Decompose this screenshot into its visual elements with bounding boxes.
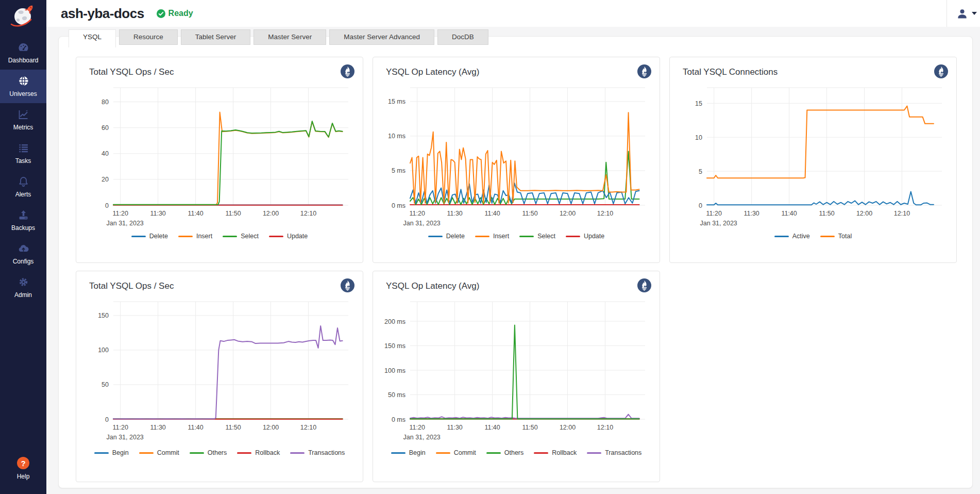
chart-panel-ysql-op-latency: YSQL Op Latency (Avg) 11:2011:3011:4011:… — [373, 57, 660, 263]
svg-text:50: 50 — [102, 381, 109, 388]
prometheus-icon[interactable] — [341, 278, 354, 292]
tab-resource[interactable]: Resource — [119, 29, 178, 45]
svg-text:11:20: 11:20 — [410, 210, 425, 217]
chart-panel-total-ysql-transactions-ops: Total YSQL Ops / Sec 11:2011:3011:4011:5… — [76, 271, 363, 482]
sidebar: Dashboard Universes Metrics — [0, 0, 46, 494]
legend-swatch — [269, 236, 283, 237]
legend-label: Select — [241, 233, 259, 240]
legend-swatch — [534, 452, 548, 454]
svg-text:12:00: 12:00 — [263, 424, 279, 431]
legend-item-begin[interactable]: Begin — [391, 449, 426, 456]
backup-upload-icon — [17, 209, 30, 221]
tab-ysql[interactable]: YSQL — [69, 29, 116, 47]
svg-text:11:30: 11:30 — [150, 210, 165, 217]
svg-text:11:30: 11:30 — [744, 210, 759, 217]
legend-label: Transactions — [605, 449, 641, 456]
legend-item-select[interactable]: Select — [519, 233, 555, 240]
svg-text:5: 5 — [699, 168, 702, 175]
sidebar-item-metrics[interactable]: Metrics — [0, 103, 46, 137]
chart-legend: ActiveTotal — [678, 233, 948, 240]
tab-docdb[interactable]: DocDB — [437, 29, 488, 45]
series-line-active — [707, 192, 934, 205]
legend-swatch — [139, 452, 154, 454]
chart-grid: Total YSQL Ops / Sec 11:2011:3011:4011:5… — [59, 37, 972, 488]
svg-text:15 ms: 15 ms — [388, 98, 405, 105]
sidebar-item-admin[interactable]: Admin — [0, 271, 46, 304]
legend-item-rollback[interactable]: Rollback — [534, 449, 577, 456]
universe-header: ash-yba-docs Ready — [46, 0, 980, 27]
svg-text:100 ms: 100 ms — [384, 367, 405, 374]
prometheus-icon[interactable] — [934, 64, 948, 78]
legend-item-update[interactable]: Update — [566, 233, 604, 240]
svg-text:11:40: 11:40 — [484, 210, 500, 217]
chart-title: Total YSQL Ops / Sec — [89, 67, 174, 77]
tab-master-server[interactable]: Master Server — [254, 29, 326, 45]
prometheus-icon[interactable] — [637, 278, 651, 292]
chart-legend: DeleteInsertSelectUpdate — [381, 233, 651, 240]
svg-text:Jan 31, 2023: Jan 31, 2023 — [107, 220, 144, 227]
chart-legend: BeginCommitOthersRollbackTransactions — [85, 449, 354, 456]
sidebar-item-label: Alerts — [15, 191, 31, 198]
series-line-insert — [113, 112, 343, 205]
legend-item-select[interactable]: Select — [223, 233, 259, 240]
tab-tablet-server[interactable]: Tablet Server — [181, 29, 251, 45]
legend-item-others[interactable]: Others — [190, 449, 227, 456]
tab-master-server-advanced[interactable]: Master Server Advanced — [329, 29, 434, 45]
legend-item-commit[interactable]: Commit — [139, 449, 179, 456]
svg-text:12:00: 12:00 — [560, 210, 576, 217]
legend-label: Update — [287, 233, 308, 240]
legend-item-commit[interactable]: Commit — [436, 449, 476, 456]
sidebar-item-universes[interactable]: Universes — [0, 70, 46, 103]
svg-text:Jan 31, 2023: Jan 31, 2023 — [107, 434, 144, 441]
bell-icon — [17, 175, 30, 188]
svg-text:11:20: 11:20 — [410, 424, 425, 431]
series-line-others — [410, 325, 639, 419]
legend-item-others[interactable]: Others — [486, 449, 524, 456]
svg-text:11:30: 11:30 — [447, 424, 462, 431]
legend-item-begin[interactable]: Begin — [94, 449, 129, 456]
question-circle-icon: ? — [16, 456, 30, 470]
legend-item-rollback[interactable]: Rollback — [237, 449, 280, 456]
svg-text:5 ms: 5 ms — [392, 167, 405, 174]
sidebar-item-dashboard[interactable]: Dashboard — [0, 36, 46, 70]
legend-label: Insert — [493, 233, 509, 240]
sidebar-item-tasks[interactable]: Tasks — [0, 137, 46, 170]
svg-text:11:20: 11:20 — [113, 210, 128, 217]
legend-label: Commit — [157, 449, 179, 456]
prometheus-icon[interactable] — [341, 64, 354, 78]
svg-text:12:00: 12:00 — [560, 424, 576, 431]
metrics-card: Total YSQL Ops / Sec 11:2011:3011:4011:5… — [58, 36, 973, 488]
sidebar-item-help[interactable]: ? Help — [0, 451, 46, 486]
legend-swatch — [566, 236, 580, 237]
user-menu[interactable] — [947, 0, 980, 27]
legend-label: Begin — [409, 449, 426, 456]
chart-title: YSQL Op Latency (Avg) — [386, 67, 479, 77]
legend-item-transactions[interactable]: Transactions — [290, 449, 345, 456]
chart-panel-total-ysql-ops: Total YSQL Ops / Sec 11:2011:3011:4011:5… — [76, 57, 363, 263]
yugabyte-logo[interactable] — [8, 0, 38, 36]
legend-item-delete[interactable]: Delete — [428, 233, 465, 240]
legend-swatch — [428, 236, 443, 237]
sidebar-item-label: Configs — [13, 258, 34, 265]
svg-text:12:10: 12:10 — [300, 424, 316, 431]
svg-text:12:00: 12:00 — [263, 210, 279, 217]
legend-item-active[interactable]: Active — [774, 233, 810, 240]
legend-item-insert[interactable]: Insert — [178, 233, 212, 240]
svg-text:11:40: 11:40 — [188, 210, 203, 217]
metrics-tab-bar: YSQL Resource Tablet Server Master Serve… — [69, 29, 492, 47]
svg-text:11:50: 11:50 — [225, 210, 241, 217]
legend-item-total[interactable]: Total — [820, 233, 852, 240]
chevron-down-icon — [972, 12, 977, 15]
legend-item-insert[interactable]: Insert — [475, 233, 509, 240]
sidebar-item-alerts[interactable]: Alerts — [0, 170, 46, 204]
sidebar-item-backups[interactable]: Backups — [0, 204, 46, 237]
prometheus-icon[interactable] — [637, 64, 651, 78]
legend-item-delete[interactable]: Delete — [131, 233, 168, 240]
svg-text:Jan 31, 2023: Jan 31, 2023 — [403, 220, 441, 227]
legend-item-update[interactable]: Update — [269, 233, 308, 240]
legend-label: Delete — [446, 233, 465, 240]
main-area: ash-yba-docs Ready YSQL Resource — [46, 0, 980, 494]
legend-item-transactions[interactable]: Transactions — [587, 449, 641, 456]
sidebar-item-configs[interactable]: Configs — [0, 237, 46, 271]
legend-label: Commit — [454, 449, 476, 456]
